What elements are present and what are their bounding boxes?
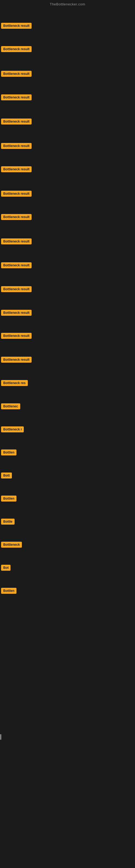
result-item-2[interactable]: Bottleneck result xyxy=(1,46,32,53)
bottleneck-badge-13[interactable]: Bottleneck result xyxy=(1,310,32,316)
text-cursor xyxy=(1,734,1,740)
result-item-8[interactable]: Bottleneck result xyxy=(1,191,32,198)
bottleneck-badge-9[interactable]: Bottleneck result xyxy=(1,214,32,220)
bottleneck-badge-1[interactable]: Bottleneck result xyxy=(1,23,32,29)
bottleneck-badge-17[interactable]: Bottlenec xyxy=(1,403,20,409)
result-item-6[interactable]: Bottleneck result xyxy=(1,143,32,150)
bottleneck-badge-18[interactable]: Bottleneck r xyxy=(1,426,24,432)
result-item-22[interactable]: Bottle xyxy=(1,519,14,526)
result-item-24[interactable]: Bot xyxy=(1,565,10,572)
bottleneck-badge-19[interactable]: Bottlen xyxy=(1,450,16,456)
bottleneck-badge-24[interactable]: Bot xyxy=(1,565,10,571)
result-item-25[interactable]: Bottlen xyxy=(1,588,16,595)
result-item-15[interactable]: Bottleneck result xyxy=(1,357,32,364)
bottleneck-badge-22[interactable]: Bottle xyxy=(1,519,14,525)
result-item-12[interactable]: Bottleneck result xyxy=(1,286,32,293)
result-item-23[interactable]: Bottleneck xyxy=(1,542,22,549)
bottleneck-badge-2[interactable]: Bottleneck result xyxy=(1,46,32,52)
bottleneck-badge-7[interactable]: Bottleneck result xyxy=(1,166,32,172)
bottleneck-badge-11[interactable]: Bottleneck result xyxy=(1,262,32,268)
result-item-17[interactable]: Bottlenec xyxy=(1,403,20,410)
bottleneck-badge-12[interactable]: Bottleneck result xyxy=(1,286,32,292)
result-item-18[interactable]: Bottleneck r xyxy=(1,426,24,433)
result-item-1[interactable]: Bottleneck result xyxy=(1,23,32,30)
bottleneck-badge-25[interactable]: Bottlen xyxy=(1,588,16,594)
bottleneck-badge-5[interactable]: Bottleneck result xyxy=(1,119,32,124)
bottleneck-badge-4[interactable]: Bottleneck result xyxy=(1,94,32,100)
site-header: TheBottlenecker.com xyxy=(0,0,135,7)
bottleneck-badge-14[interactable]: Bottleneck result xyxy=(1,333,32,339)
bottleneck-badge-8[interactable]: Bottleneck result xyxy=(1,191,32,197)
result-item-4[interactable]: Bottleneck result xyxy=(1,94,32,101)
bottleneck-badge-20[interactable]: Bott xyxy=(1,472,12,478)
result-item-19[interactable]: Bottlen xyxy=(1,450,16,457)
result-item-5[interactable]: Bottleneck result xyxy=(1,119,32,126)
result-item-11[interactable]: Bottleneck result xyxy=(1,262,32,269)
result-item-10[interactable]: Bottleneck result xyxy=(1,239,32,246)
bottleneck-badge-15[interactable]: Bottleneck result xyxy=(1,357,32,363)
result-item-20[interactable]: Bott xyxy=(1,472,12,479)
bottleneck-badge-6[interactable]: Bottleneck result xyxy=(1,143,32,149)
results-container: Bottleneck resultBottleneck resultBottle… xyxy=(0,7,135,868)
result-item-9[interactable]: Bottleneck result xyxy=(1,214,32,221)
result-item-7[interactable]: Bottleneck result xyxy=(1,166,32,173)
bottleneck-badge-16[interactable]: Bottleneck res xyxy=(1,380,28,386)
result-item-21[interactable]: Bottlen xyxy=(1,496,16,503)
bottleneck-badge-3[interactable]: Bottleneck result xyxy=(1,71,32,77)
result-item-3[interactable]: Bottleneck result xyxy=(1,71,32,78)
bottleneck-badge-21[interactable]: Bottlen xyxy=(1,496,16,501)
bottleneck-badge-10[interactable]: Bottleneck result xyxy=(1,239,32,244)
bottleneck-badge-23[interactable]: Bottleneck xyxy=(1,542,22,548)
result-item-13[interactable]: Bottleneck result xyxy=(1,310,32,317)
result-item-16[interactable]: Bottleneck res xyxy=(1,380,28,387)
result-item-14[interactable]: Bottleneck result xyxy=(1,333,32,340)
